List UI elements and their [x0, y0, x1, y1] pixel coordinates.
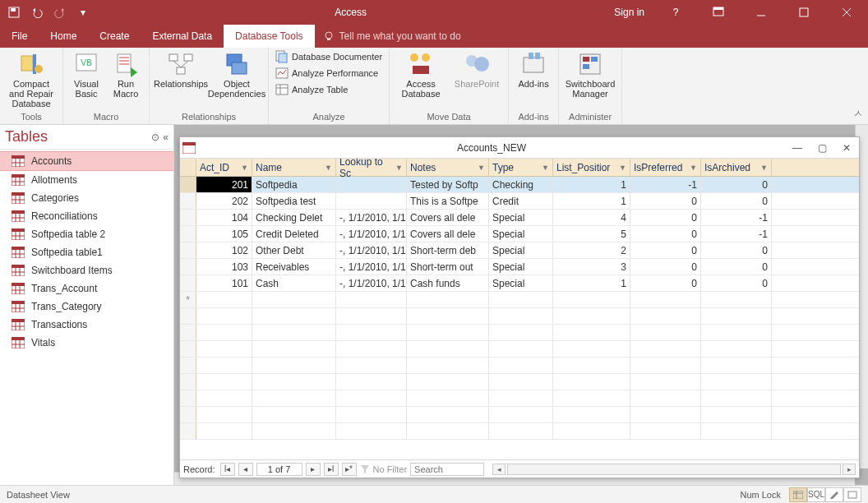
cell-type[interactable]: Credit: [489, 193, 553, 209]
cell-is-preferred[interactable]: 0: [630, 275, 701, 291]
last-record-button[interactable]: ▸I: [324, 463, 339, 476]
tab-file[interactable]: File: [0, 25, 39, 48]
cell-list-position[interactable]: 3: [553, 259, 630, 275]
window-minimize-icon[interactable]: —: [785, 142, 810, 154]
sidebar-item-trans_account[interactable]: Trans_Account: [0, 279, 173, 298]
sign-in-link[interactable]: Sign in: [607, 7, 651, 18]
help-icon[interactable]: ?: [658, 0, 694, 25]
cell-name[interactable]: Other Debt: [252, 242, 336, 258]
cell-name[interactable]: Softpedia test: [252, 193, 336, 209]
sql-view-button[interactable]: SQL: [807, 487, 825, 502]
tell-me-search[interactable]: Tell me what you want to do: [315, 25, 469, 48]
nav-filter-icon[interactable]: ⊙: [151, 132, 159, 143]
table-row[interactable]: 104Checking Delet-, 1/1/2010, 1/1Covers …: [180, 210, 859, 226]
column-header[interactable]: IsArchived▼: [701, 159, 772, 176]
cell-is-archived[interactable]: 0: [701, 242, 772, 258]
table-row[interactable]: 202Softpedia testThis is a SoftpeCredit1…: [180, 193, 859, 210]
cell-act-id[interactable]: 201: [196, 177, 252, 192]
cell-act-id[interactable]: 202: [196, 193, 252, 209]
cell-is-preferred[interactable]: 0: [630, 210, 701, 225]
column-header[interactable]: Lookup to Sc▼: [336, 159, 407, 176]
new-record-button[interactable]: ▸*: [342, 463, 357, 476]
sidebar-item-softpedia-table1[interactable]: Softpedia table1: [0, 243, 173, 261]
column-header[interactable]: Notes▼: [407, 159, 489, 176]
cell-is-archived[interactable]: 0: [701, 177, 772, 192]
sidebar-item-accounts[interactable]: Accounts: [0, 151, 173, 171]
access-database-button[interactable]: Access Database: [395, 49, 447, 99]
cell-name[interactable]: Softpedia: [252, 177, 336, 192]
cell-type[interactable]: Special: [489, 226, 553, 242]
cell-notes[interactable]: Short-term deb: [407, 242, 489, 258]
select-all-cell[interactable]: [180, 159, 196, 176]
row-selector[interactable]: [180, 193, 196, 209]
cell-list-position[interactable]: 1: [553, 275, 630, 291]
prev-record-button[interactable]: ◂: [238, 463, 253, 476]
record-position[interactable]: 1 of 7: [256, 463, 302, 476]
tab-home[interactable]: Home: [39, 25, 88, 48]
cell-act-id[interactable]: 105: [196, 226, 252, 242]
sidebar-item-vitals[interactable]: Vitals: [0, 334, 173, 352]
sidebar-item-categories[interactable]: Categories: [0, 189, 173, 207]
cell-act-id[interactable]: 103: [196, 259, 252, 275]
cell-is-archived[interactable]: 0: [701, 193, 772, 209]
tab-external-data[interactable]: External Data: [141, 25, 224, 48]
cell-type[interactable]: Special: [489, 259, 553, 275]
relationships-button[interactable]: Relationships: [155, 49, 207, 99]
cell-notes[interactable]: Short-term out: [407, 259, 489, 275]
sidebar-item-transactions[interactable]: Transactions: [0, 316, 173, 334]
close-icon[interactable]: [829, 0, 865, 25]
cell-list-position[interactable]: 5: [553, 226, 630, 242]
analyze-table-button[interactable]: Analyze Table: [274, 82, 384, 97]
object-dependencies-button[interactable]: Object Dependencies: [210, 49, 263, 99]
database-documenter-button[interactable]: Database Documenter: [274, 49, 384, 64]
cell-is-archived[interactable]: 0: [701, 259, 772, 275]
collapse-ribbon-icon[interactable]: ㅅ: [853, 107, 863, 121]
cell-type[interactable]: Special: [489, 275, 553, 291]
tab-database-tools[interactable]: Database Tools: [224, 25, 315, 48]
cell-list-position[interactable]: 4: [553, 210, 630, 225]
cell-is-preferred[interactable]: 0: [630, 242, 701, 258]
cell-is-preferred[interactable]: -1: [630, 177, 701, 192]
window-close-icon[interactable]: ✕: [834, 142, 859, 154]
cell-lookup[interactable]: -, 1/1/2010, 1/1: [336, 242, 407, 258]
sidebar-item-trans_category[interactable]: Trans_Category: [0, 298, 173, 316]
addins-button[interactable]: Add-ins: [514, 49, 553, 89]
hscroll-left-button[interactable]: ◂: [492, 464, 506, 475]
visual-basic-button[interactable]: VB Visual Basic: [68, 49, 104, 99]
layout-view-button[interactable]: [843, 487, 861, 502]
cell-name[interactable]: Credit Deleted: [252, 226, 336, 242]
cell-name[interactable]: Cash: [252, 275, 336, 291]
qat-customize-icon[interactable]: ▾: [72, 2, 94, 23]
column-header[interactable]: IsPreferred▼: [630, 159, 701, 176]
row-selector[interactable]: [180, 226, 196, 242]
table-row[interactable]: 201SoftpediaTested by SoftpChecking1-10: [180, 177, 859, 193]
cell-is-archived[interactable]: -1: [701, 210, 772, 225]
row-selector[interactable]: [180, 177, 196, 192]
cell-lookup[interactable]: -, 1/1/2010, 1/1: [336, 275, 407, 291]
cell-name[interactable]: Receivables: [252, 259, 336, 275]
cell-act-id[interactable]: 102: [196, 242, 252, 258]
window-restore-icon[interactable]: ▢: [810, 142, 834, 154]
sidebar-item-reconciliations[interactable]: Reconciliations: [0, 207, 173, 225]
cell-list-position[interactable]: 2: [553, 242, 630, 258]
sharepoint-button[interactable]: SharePoint: [450, 49, 503, 99]
save-icon[interactable]: [3, 2, 25, 23]
cell-notes[interactable]: This is a Softpe: [407, 193, 489, 209]
table-row[interactable]: 102Other Debt-, 1/1/2010, 1/1Short-term …: [180, 242, 859, 259]
cell-is-preferred[interactable]: 0: [630, 259, 701, 275]
cell-is-preferred[interactable]: 0: [630, 193, 701, 209]
cell-lookup[interactable]: -, 1/1/2010, 1/1: [336, 259, 407, 275]
cell-lookup[interactable]: -, 1/1/2010, 1/1: [336, 226, 407, 242]
datasheet-view-button[interactable]: [789, 487, 807, 502]
cell-type[interactable]: Special: [489, 210, 553, 225]
table-row[interactable]: 105Credit Deleted-, 1/1/2010, 1/1Covers …: [180, 226, 859, 242]
table-row[interactable]: 103Receivables-, 1/1/2010, 1/1Short-term…: [180, 259, 859, 275]
row-selector[interactable]: [180, 275, 196, 291]
sidebar-item-softpedia-table-2[interactable]: Softpedia table 2: [0, 225, 173, 243]
run-macro-button[interactable]: Run Macro: [108, 49, 144, 99]
table-row[interactable]: 101Cash-, 1/1/2010, 1/1Cash fundsSpecial…: [180, 275, 859, 292]
undo-icon[interactable]: [26, 2, 48, 23]
cell-notes[interactable]: Covers all dele: [407, 226, 489, 242]
ribbon-display-icon[interactable]: [700, 0, 736, 25]
nav-collapse-icon[interactable]: «: [163, 132, 169, 143]
